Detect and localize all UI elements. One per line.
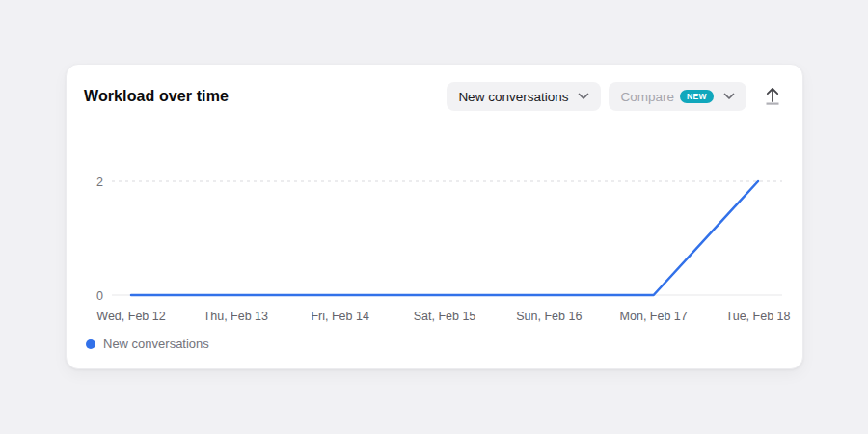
legend-label: New conversations	[103, 337, 209, 351]
metric-dropdown-label: New conversations	[458, 90, 568, 104]
chevron-down-icon	[578, 93, 589, 100]
workload-card: Workload over time New conversations Com…	[66, 64, 803, 369]
svg-text:Thu, Feb 13: Thu, Feb 13	[203, 310, 268, 323]
header-controls: New conversations Compare NEW	[447, 82, 785, 111]
svg-text:2: 2	[96, 176, 103, 189]
svg-text:Fri, Feb 14: Fri, Feb 14	[311, 310, 368, 323]
svg-text:Mon, Feb 17: Mon, Feb 17	[620, 310, 688, 323]
card-header: Workload over time New conversations Com…	[67, 65, 802, 111]
compare-dropdown[interactable]: Compare NEW	[609, 82, 746, 111]
svg-text:Tue, Feb 18: Tue, Feb 18	[726, 310, 791, 323]
svg-text:Wed, Feb 12: Wed, Feb 12	[96, 310, 165, 323]
compare-dropdown-label: Compare	[620, 90, 674, 104]
legend-dot	[86, 339, 95, 349]
new-badge: NEW	[680, 90, 714, 103]
card-title: Workload over time	[84, 88, 229, 105]
metric-dropdown[interactable]: New conversations	[447, 82, 601, 111]
export-button[interactable]	[760, 84, 785, 109]
svg-text:Sun, Feb 16: Sun, Feb 16	[516, 310, 582, 323]
chart-legend: New conversations	[86, 337, 209, 351]
svg-text:Sat, Feb 15: Sat, Feb 15	[414, 310, 476, 323]
svg-text:0: 0	[96, 289, 103, 303]
chart-area: 02Wed, Feb 12Thu, Feb 13Fri, Feb 14Sat, …	[67, 166, 804, 335]
upload-icon	[762, 85, 783, 109]
workload-chart: 02Wed, Feb 12Thu, Feb 13Fri, Feb 14Sat, …	[67, 166, 802, 335]
chevron-down-icon	[723, 93, 735, 100]
